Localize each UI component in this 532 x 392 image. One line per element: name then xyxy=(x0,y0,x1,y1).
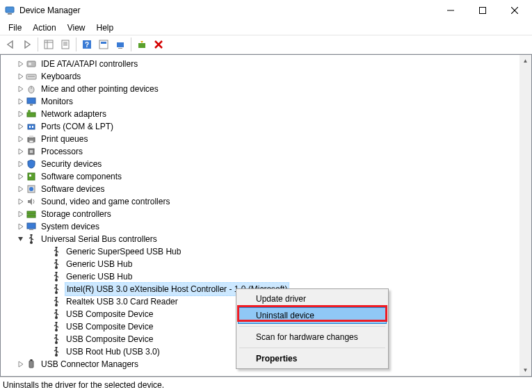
show-hide-tree-button[interactable] xyxy=(41,37,56,52)
usb-icon xyxy=(51,309,62,320)
tree-device-item[interactable]: Generic SuperSpeed USB Hub xyxy=(1,245,531,258)
menu-action[interactable]: Action xyxy=(27,22,61,34)
tree-device-item[interactable]: Generic USB Hub xyxy=(1,258,531,270)
uninstall-device-button[interactable] xyxy=(151,37,166,52)
usb-icon xyxy=(51,284,62,295)
tree-category-label: Security devices xyxy=(40,158,103,170)
vertical-scrollbar[interactable]: ▲ ▼ xyxy=(519,55,531,376)
svg-rect-45 xyxy=(27,215,35,218)
expand-icon[interactable] xyxy=(16,222,26,231)
forward-button[interactable] xyxy=(19,37,35,52)
expand-icon[interactable] xyxy=(16,172,26,181)
context-menu-item[interactable]: Update driver xyxy=(238,291,387,307)
tree-category[interactable]: Monitors xyxy=(1,95,531,108)
svg-rect-39 xyxy=(30,150,33,153)
update-driver-button[interactable] xyxy=(113,37,128,52)
expand-icon[interactable] xyxy=(16,184,26,194)
tree-category[interactable]: Storage controllers xyxy=(1,208,531,220)
drive-icon xyxy=(26,58,37,70)
tree-category[interactable]: Ports (COM & LPT) xyxy=(1,120,531,133)
svg-point-56 xyxy=(55,291,58,294)
expand-icon[interactable] xyxy=(16,159,26,169)
tree-category[interactable]: Processors xyxy=(1,145,531,158)
tree-category[interactable]: Mice and other pointing devices xyxy=(1,83,531,95)
svg-rect-29 xyxy=(30,104,33,106)
sound-icon xyxy=(26,196,37,207)
svg-rect-34 xyxy=(32,126,33,128)
expand-icon[interactable] xyxy=(16,109,26,119)
tree-device-item[interactable]: Generic USB Hub xyxy=(1,270,531,283)
properties-sheet-button[interactable] xyxy=(58,37,73,52)
svg-rect-17 xyxy=(117,42,124,47)
usb-icon xyxy=(26,234,37,245)
tree-category[interactable]: Network adapters xyxy=(1,108,531,120)
svg-rect-15 xyxy=(99,40,108,49)
help-button[interactable]: ? xyxy=(79,37,95,52)
expand-icon[interactable] xyxy=(16,97,26,106)
svg-rect-18 xyxy=(118,48,122,49)
action-properties-button[interactable] xyxy=(96,37,111,52)
svg-point-43 xyxy=(29,187,33,191)
svg-rect-65 xyxy=(56,334,58,336)
scroll-up-button[interactable]: ▲ xyxy=(519,55,531,67)
maximize-button[interactable] xyxy=(467,0,499,21)
usb-icon xyxy=(51,334,62,345)
usb-icon xyxy=(51,271,62,282)
tree-category[interactable]: Security devices xyxy=(1,158,531,170)
tree-category[interactable]: System devices xyxy=(1,220,531,233)
expand-icon[interactable] xyxy=(16,209,26,219)
scroll-down-button[interactable]: ▼ xyxy=(519,364,531,376)
expand-icon[interactable] xyxy=(16,59,26,69)
expand-icon[interactable] xyxy=(16,147,26,156)
scan-hardware-button[interactable] xyxy=(134,37,150,52)
expand-icon[interactable] xyxy=(16,359,26,369)
context-menu-item[interactable]: Properties xyxy=(238,350,387,367)
tree-category[interactable]: Software components xyxy=(1,170,531,183)
back-button[interactable] xyxy=(3,37,18,52)
menu-help[interactable]: Help xyxy=(91,22,120,34)
tree-device-label: USB Composite Device xyxy=(65,308,154,320)
expand-icon[interactable] xyxy=(16,134,26,144)
software-icon xyxy=(26,183,37,195)
menu-file[interactable]: File xyxy=(3,22,27,34)
security-icon xyxy=(26,158,37,170)
svg-rect-30 xyxy=(27,113,35,117)
tree-category[interactable]: IDE ATA/ATAPI controllers xyxy=(1,58,531,70)
tree-category[interactable]: Sound, video and game controllers xyxy=(1,195,531,208)
context-menu-item[interactable]: Uninstall device xyxy=(238,307,387,324)
svg-rect-68 xyxy=(29,361,33,368)
tree-category-label: Software devices xyxy=(40,183,106,195)
svg-line-4 xyxy=(511,7,518,14)
svg-rect-0 xyxy=(6,7,14,13)
tree-device-label: Realtek USB 3.0 Card Reader xyxy=(65,295,179,308)
tree-category[interactable]: Universal Serial Bus controllers xyxy=(1,233,531,245)
svg-rect-32 xyxy=(28,124,35,129)
tree-category[interactable]: Keyboards xyxy=(1,70,531,83)
svg-point-66 xyxy=(55,354,58,357)
svg-line-5 xyxy=(511,7,518,14)
menu-view[interactable]: View xyxy=(62,22,91,34)
expand-icon[interactable] xyxy=(16,72,26,81)
minimize-button[interactable] xyxy=(435,0,467,21)
close-button[interactable] xyxy=(499,0,531,21)
svg-rect-57 xyxy=(56,284,58,286)
svg-rect-55 xyxy=(56,272,58,273)
svg-rect-44 xyxy=(27,211,35,214)
svg-point-48 xyxy=(30,241,33,244)
expand-icon[interactable] xyxy=(16,122,26,131)
svg-rect-59 xyxy=(56,297,58,298)
tree-category[interactable]: Software devices xyxy=(1,183,531,195)
port-icon xyxy=(26,121,37,132)
titlebar[interactable]: Device Manager xyxy=(0,0,532,21)
context-menu-item[interactable]: Scan for hardware changes xyxy=(238,329,387,345)
tree-category[interactable]: Print queues xyxy=(1,133,531,145)
expand-icon[interactable] xyxy=(16,84,26,94)
svg-point-54 xyxy=(55,279,58,281)
processor-icon xyxy=(26,146,37,157)
expand-icon[interactable] xyxy=(16,197,26,206)
tree-category-label: Print queues xyxy=(40,133,89,145)
tree-device-label: USB Composite Device xyxy=(65,333,154,345)
scroll-track[interactable] xyxy=(519,67,531,364)
menubar: File Action View Help xyxy=(0,21,532,35)
collapse-icon[interactable] xyxy=(16,234,26,244)
